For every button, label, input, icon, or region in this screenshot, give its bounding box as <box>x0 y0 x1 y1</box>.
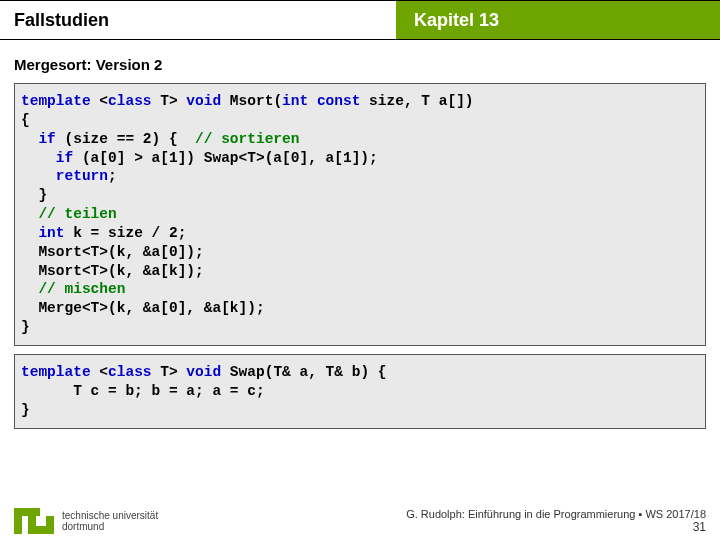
uni-line2: dortmund <box>62 521 158 532</box>
kw-if: if <box>38 131 55 147</box>
page-number: 31 <box>406 520 706 534</box>
slide-footer: technische universität dortmund G. Rudol… <box>0 508 720 534</box>
kw-if: if <box>56 150 73 166</box>
kw-class: class <box>108 93 152 109</box>
code-text: < <box>91 93 108 109</box>
kw-template: template <box>21 364 91 380</box>
code-text <box>21 168 56 184</box>
slide: Fallstudien Kapitel 13 Mergesort: Versio… <box>0 0 720 540</box>
code-text <box>21 281 38 297</box>
kw-void: void <box>186 364 221 380</box>
code-text: ; <box>108 168 117 184</box>
code-text <box>21 131 38 147</box>
kw-int: int <box>38 225 64 241</box>
code-text: < <box>91 364 108 380</box>
code-text: Msort<T>(k, &a[0]); <box>21 244 204 260</box>
code-text: Msort<T>(k, &a[k]); <box>21 263 204 279</box>
kw-template: template <box>21 93 91 109</box>
code-text: T> <box>152 364 187 380</box>
code-box-swap: template <class T> void Swap(T& a, T& b)… <box>14 354 706 429</box>
comment: // sortieren <box>195 131 299 147</box>
code-text <box>308 93 317 109</box>
code-text: } <box>21 402 30 418</box>
comment: // teilen <box>38 206 116 222</box>
code-text: Merge<T>(k, &a[0], &a[k]); <box>21 300 265 316</box>
footer-credit: G. Rudolph: Einführung in die Programmie… <box>406 508 706 520</box>
kw-return: return <box>56 168 108 184</box>
kw-class: class <box>108 364 152 380</box>
uni-line1: technische universität <box>62 510 158 521</box>
footer-right: G. Rudolph: Einführung in die Programmie… <box>406 508 706 534</box>
slide-header: Fallstudien Kapitel 13 <box>0 0 720 40</box>
code-text <box>21 150 56 166</box>
code-text: } <box>21 187 47 203</box>
code-text: Msort( <box>221 93 282 109</box>
code-box-msort: template <class T> void Msort(int const … <box>14 83 706 346</box>
header-right-chapter: Kapitel 13 <box>396 0 720 40</box>
tu-logo-text: technische universität dortmund <box>62 510 158 532</box>
code-text: T> <box>152 93 187 109</box>
code-text: Swap(T& a, T& b) { <box>221 364 386 380</box>
header-left-title: Fallstudien <box>0 0 396 40</box>
kw-const: const <box>317 93 361 109</box>
code-text: k = size / 2; <box>65 225 187 241</box>
code-text: (size == 2) { <box>56 131 195 147</box>
kw-void: void <box>186 93 221 109</box>
comment: // mischen <box>38 281 125 297</box>
code-text: size, T a[]) <box>360 93 473 109</box>
code-text <box>21 225 38 241</box>
code-text: } <box>21 319 30 335</box>
tu-logo: technische universität dortmund <box>14 508 158 534</box>
code-text: T c = b; b = a; a = c; <box>21 383 265 399</box>
tu-logo-icon <box>14 508 54 534</box>
section-title: Mergesort: Version 2 <box>0 40 720 83</box>
code-text <box>21 206 38 222</box>
code-text: (a[0] > a[1]) Swap<T>(a[0], a[1]); <box>73 150 378 166</box>
code-text: { <box>21 112 30 128</box>
kw-int: int <box>282 93 308 109</box>
